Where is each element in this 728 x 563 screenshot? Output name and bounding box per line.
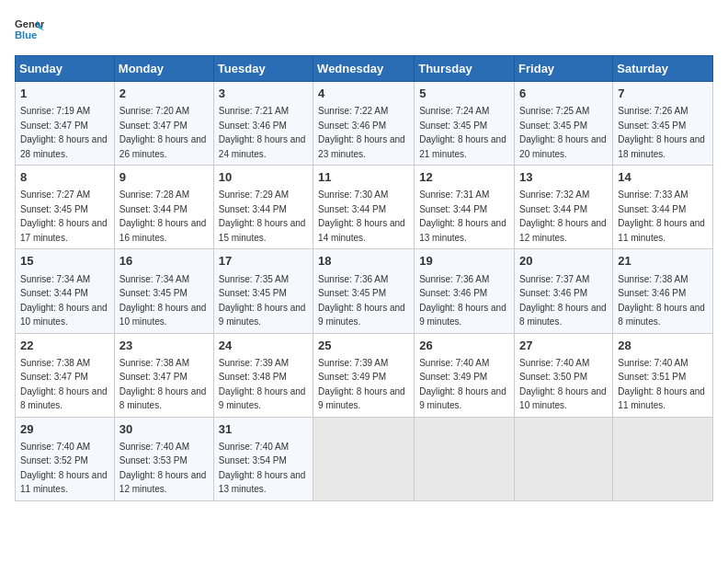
day-number: 15 [20, 253, 109, 270]
day-number: 5 [419, 86, 509, 102]
weekday-header-cell: Friday [515, 56, 613, 82]
day-detail: Sunrise: 7:34 AMSunset: 3:45 PMDaylight:… [119, 274, 207, 327]
day-detail: Sunrise: 7:27 AMSunset: 3:45 PMDaylight:… [20, 190, 108, 243]
day-number: 1 [20, 86, 109, 102]
day-number: 19 [419, 253, 509, 270]
calendar-cell: 9Sunrise: 7:28 AMSunset: 3:44 PMDaylight… [114, 166, 213, 249]
calendar-cell: 26Sunrise: 7:40 AMSunset: 3:49 PMDayligh… [415, 333, 515, 417]
day-detail: Sunrise: 7:40 AMSunset: 3:52 PMDaylight:… [20, 442, 108, 495]
logo: General Blue [15, 15, 44, 44]
day-number: 22 [20, 338, 109, 354]
calendar-cell: 25Sunrise: 7:39 AMSunset: 3:49 PMDayligh… [313, 333, 415, 417]
calendar-cell: 5Sunrise: 7:24 AMSunset: 3:45 PMDaylight… [415, 82, 515, 166]
calendar-cell: 27Sunrise: 7:40 AMSunset: 3:50 PMDayligh… [515, 333, 613, 417]
calendar-cell: 4Sunrise: 7:22 AMSunset: 3:46 PMDaylight… [313, 82, 415, 166]
day-number: 4 [318, 86, 409, 102]
day-detail: Sunrise: 7:26 AMSunset: 3:45 PMDaylight:… [618, 106, 705, 159]
day-number: 29 [20, 421, 109, 438]
day-detail: Sunrise: 7:39 AMSunset: 3:49 PMDaylight:… [318, 358, 405, 411]
day-detail: Sunrise: 7:40 AMSunset: 3:54 PMDaylight:… [219, 442, 306, 495]
calendar-cell: 19Sunrise: 7:36 AMSunset: 3:46 PMDayligh… [415, 249, 515, 333]
calendar-cell [415, 417, 515, 500]
calendar-table: SundayMondayTuesdayWednesdayThursdayFrid… [15, 55, 713, 501]
day-detail: Sunrise: 7:24 AMSunset: 3:45 PMDaylight:… [419, 106, 506, 159]
day-detail: Sunrise: 7:31 AMSunset: 3:44 PMDaylight:… [419, 190, 506, 243]
day-number: 28 [618, 338, 708, 354]
calendar-cell: 24Sunrise: 7:39 AMSunset: 3:48 PMDayligh… [213, 333, 313, 417]
logo-icon: General Blue [15, 15, 44, 44]
day-detail: Sunrise: 7:40 AMSunset: 3:49 PMDaylight:… [419, 358, 506, 411]
weekday-header-row: SundayMondayTuesdayWednesdayThursdayFrid… [16, 56, 713, 82]
calendar-cell: 13Sunrise: 7:32 AMSunset: 3:44 PMDayligh… [515, 166, 613, 249]
calendar-cell: 21Sunrise: 7:38 AMSunset: 3:46 PMDayligh… [613, 249, 713, 333]
calendar-cell: 31Sunrise: 7:40 AMSunset: 3:54 PMDayligh… [213, 417, 313, 500]
day-detail: Sunrise: 7:35 AMSunset: 3:45 PMDaylight:… [219, 274, 306, 327]
weekday-header-cell: Sunday [16, 56, 115, 82]
calendar-cell: 12Sunrise: 7:31 AMSunset: 3:44 PMDayligh… [415, 166, 515, 249]
day-detail: Sunrise: 7:38 AMSunset: 3:47 PMDaylight:… [119, 358, 207, 411]
day-detail: Sunrise: 7:40 AMSunset: 3:51 PMDaylight:… [618, 358, 705, 411]
calendar-cell: 23Sunrise: 7:38 AMSunset: 3:47 PMDayligh… [114, 333, 213, 417]
calendar-cell: 14Sunrise: 7:33 AMSunset: 3:44 PMDayligh… [613, 166, 713, 249]
calendar-cell: 29Sunrise: 7:40 AMSunset: 3:52 PMDayligh… [16, 417, 115, 500]
day-number: 10 [219, 169, 308, 186]
day-number: 11 [318, 169, 409, 186]
day-number: 6 [519, 86, 608, 102]
day-detail: Sunrise: 7:38 AMSunset: 3:46 PMDaylight:… [618, 274, 705, 327]
calendar-cell [613, 417, 713, 500]
svg-text:Blue: Blue [15, 29, 37, 40]
calendar-cell: 30Sunrise: 7:40 AMSunset: 3:53 PMDayligh… [114, 417, 213, 500]
calendar-week-row: 29Sunrise: 7:40 AMSunset: 3:52 PMDayligh… [16, 417, 713, 500]
calendar-cell: 28Sunrise: 7:40 AMSunset: 3:51 PMDayligh… [613, 333, 713, 417]
day-detail: Sunrise: 7:39 AMSunset: 3:48 PMDaylight:… [219, 358, 306, 411]
calendar-cell: 8Sunrise: 7:27 AMSunset: 3:45 PMDaylight… [16, 166, 115, 249]
day-number: 27 [519, 338, 608, 354]
calendar-week-row: 22Sunrise: 7:38 AMSunset: 3:47 PMDayligh… [16, 333, 713, 417]
day-number: 3 [219, 86, 308, 102]
day-detail: Sunrise: 7:37 AMSunset: 3:46 PMDaylight:… [519, 274, 607, 327]
day-number: 9 [119, 169, 209, 186]
day-detail: Sunrise: 7:32 AMSunset: 3:44 PMDaylight:… [519, 190, 607, 243]
day-number: 8 [20, 169, 109, 186]
day-number: 17 [219, 253, 308, 270]
day-detail: Sunrise: 7:19 AMSunset: 3:47 PMDaylight:… [20, 106, 108, 159]
day-number: 23 [119, 338, 209, 354]
day-number: 12 [419, 169, 509, 186]
calendar-cell: 1Sunrise: 7:19 AMSunset: 3:47 PMDaylight… [16, 82, 115, 166]
weekday-header-cell: Tuesday [213, 56, 313, 82]
day-detail: Sunrise: 7:40 AMSunset: 3:50 PMDaylight:… [519, 358, 607, 411]
calendar-week-row: 8Sunrise: 7:27 AMSunset: 3:45 PMDaylight… [16, 166, 713, 249]
calendar-cell: 11Sunrise: 7:30 AMSunset: 3:44 PMDayligh… [313, 166, 415, 249]
calendar-cell: 18Sunrise: 7:36 AMSunset: 3:45 PMDayligh… [313, 249, 415, 333]
calendar-cell: 22Sunrise: 7:38 AMSunset: 3:47 PMDayligh… [16, 333, 115, 417]
calendar-cell [313, 417, 415, 500]
calendar-cell: 2Sunrise: 7:20 AMSunset: 3:47 PMDaylight… [114, 82, 213, 166]
calendar-cell: 17Sunrise: 7:35 AMSunset: 3:45 PMDayligh… [213, 249, 313, 333]
day-number: 26 [419, 338, 509, 354]
weekday-header-cell: Saturday [613, 56, 713, 82]
day-number: 7 [618, 86, 708, 102]
day-detail: Sunrise: 7:25 AMSunset: 3:45 PMDaylight:… [519, 106, 607, 159]
day-detail: Sunrise: 7:40 AMSunset: 3:53 PMDaylight:… [119, 442, 207, 495]
day-detail: Sunrise: 7:38 AMSunset: 3:47 PMDaylight:… [20, 358, 108, 411]
weekday-header-cell: Monday [114, 56, 213, 82]
day-detail: Sunrise: 7:34 AMSunset: 3:44 PMDaylight:… [20, 274, 108, 327]
weekday-header-cell: Thursday [415, 56, 515, 82]
calendar-cell: 15Sunrise: 7:34 AMSunset: 3:44 PMDayligh… [16, 249, 115, 333]
day-number: 20 [519, 253, 608, 270]
day-number: 21 [618, 253, 708, 270]
day-detail: Sunrise: 7:20 AMSunset: 3:47 PMDaylight:… [119, 106, 207, 159]
calendar-week-row: 15Sunrise: 7:34 AMSunset: 3:44 PMDayligh… [16, 249, 713, 333]
day-number: 16 [119, 253, 209, 270]
calendar-body: 1Sunrise: 7:19 AMSunset: 3:47 PMDaylight… [16, 82, 713, 501]
calendar-week-row: 1Sunrise: 7:19 AMSunset: 3:47 PMDaylight… [16, 82, 713, 166]
day-detail: Sunrise: 7:30 AMSunset: 3:44 PMDaylight:… [318, 190, 405, 243]
day-number: 13 [519, 169, 608, 186]
day-number: 18 [318, 253, 409, 270]
calendar-cell: 16Sunrise: 7:34 AMSunset: 3:45 PMDayligh… [114, 249, 213, 333]
calendar-cell: 6Sunrise: 7:25 AMSunset: 3:45 PMDaylight… [515, 82, 613, 166]
day-detail: Sunrise: 7:22 AMSunset: 3:46 PMDaylight:… [318, 106, 405, 159]
day-number: 2 [119, 86, 209, 102]
page-header: General Blue [15, 15, 713, 44]
calendar-cell: 10Sunrise: 7:29 AMSunset: 3:44 PMDayligh… [213, 166, 313, 249]
